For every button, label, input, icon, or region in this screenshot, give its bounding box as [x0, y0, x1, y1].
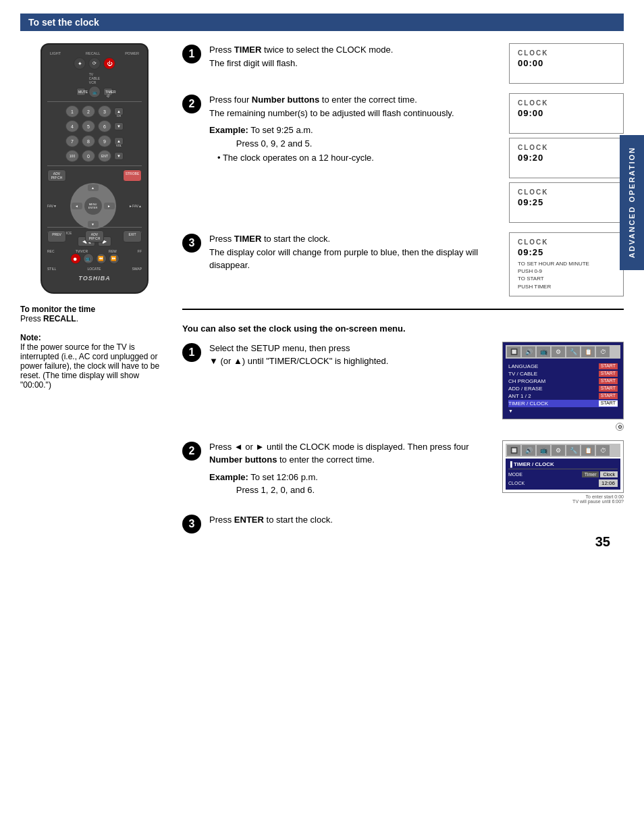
onscreen-step-2-block: 2 Press ◄ or ► until the CLOCK mode is d…: [182, 440, 624, 504]
fav-right-label: ►FAV▲: [129, 204, 142, 208]
step-1-number: 1: [182, 45, 201, 63]
step-3-screen: CLOCK 09:25 TO SET HOUR AND MINUTE PUSH …: [509, 232, 624, 296]
btn-0[interactable]: 0: [82, 150, 95, 162]
timer-icon-5: 🔧: [566, 445, 580, 456]
s3-value: 09:25: [518, 247, 615, 257]
power-btn[interactable]: ⏻: [103, 57, 115, 70]
light-btn[interactable]: ✦: [74, 57, 86, 70]
ch-up-btn[interactable]: ▲CH: [114, 107, 124, 115]
recall-btn[interactable]: ⟳: [88, 57, 101, 70]
nav-down-btn[interactable]: ▼: [88, 221, 99, 228]
timer-icon-2: 🔊: [522, 445, 535, 456]
strobe-btn[interactable]: STROBE: [123, 170, 142, 182]
s2-label-1: CLOCK: [518, 99, 615, 107]
menu-icon-1: 🔲: [507, 346, 520, 357]
vol-down-btn[interactable]: ▼: [114, 152, 124, 160]
nav-up-btn[interactable]: ▲: [88, 184, 99, 191]
timer-screen-body: ▐ TIMER / CLOCK MODE Timer Clock: [506, 459, 620, 490]
page-number: 35: [595, 534, 610, 550]
step-2-screen-1: CLOCK 09:00: [509, 93, 624, 134]
menu-enter-btn[interactable]: MENUENTER: [84, 197, 102, 215]
timer-tab-clock: Clock: [600, 471, 618, 477]
step-1-text: Press TIMER twice to select the CLOCK mo…: [209, 43, 498, 70]
clock-value-row: CLOCK 12:06: [508, 479, 618, 487]
btn-3[interactable]: 3: [98, 105, 111, 118]
timer-tabs: Timer Clock: [582, 471, 618, 477]
remote-top-labels: LIGHT RECALL POWER: [47, 51, 142, 55]
remote-control: LIGHT RECALL POWER ✦ ⟳ ⏻ TVCABLEVCR: [41, 43, 149, 294]
side-label-wrapper: ADVANCED OPERATION: [620, 135, 644, 270]
btn-7[interactable]: 7: [65, 135, 79, 147]
menu-icon-2: 🔊: [522, 346, 535, 357]
onscreen-header: You can also set the clock using the on-…: [182, 323, 624, 334]
fav-left-label: FAV▼: [47, 204, 57, 208]
btn-ent[interactable]: ENT: [98, 150, 111, 162]
bottom-notes: To monitor the time Press RECALL. Note: …: [20, 305, 169, 390]
tvvcr-btn[interactable]: 📺: [83, 253, 94, 264]
onscreen-step-2-text: Press ◄ or ► until the CLOCK mode is dis…: [209, 440, 491, 467]
locate-label: LOCATE: [88, 267, 101, 271]
btn-2[interactable]: 2: [82, 105, 95, 118]
btn-4[interactable]: 4: [65, 120, 79, 132]
nav-left-btn[interactable]: ◄: [72, 203, 82, 209]
menu-row-timerclock: TIMER / CLOCKSTART: [508, 400, 618, 407]
s2-label-2: CLOCK: [518, 144, 615, 151]
prev-btn[interactable]: PREV: [47, 230, 66, 242]
onscreen-step-1-block: 1 Select the SETUP menu, then press ▼ (o…: [182, 342, 624, 431]
menu-icon-5: 🔧: [566, 346, 580, 357]
menu-body: LANGUAGESTART TV / CABLESTART CH PROGRAM…: [506, 360, 620, 416]
menu-icons-bar: 🔲 🔊 📺 ⚙ 🔧 📋 ⏱: [506, 345, 620, 359]
timer-btn[interactable]: TIMER⏱: [103, 88, 113, 96]
ch-down-btn[interactable]: ▼: [114, 122, 124, 130]
step-2-block: 2 Press four Number buttons to enter the…: [182, 93, 624, 223]
menu-row-ant: ANT 1 / 2START: [508, 392, 618, 400]
note-text: If the power source for the TV is interr…: [20, 342, 169, 390]
recall-bold: RECALL: [43, 314, 76, 323]
btn-6[interactable]: 6: [98, 120, 111, 132]
btn-1[interactable]: 1: [65, 105, 79, 118]
timer-screen-title: ▐ TIMER / CLOCK: [508, 461, 618, 469]
ff-btn[interactable]: ⏩: [109, 253, 119, 264]
rew-btn[interactable]: ⏪: [96, 253, 107, 264]
timer-mode-row: MODE Timer Clock: [508, 471, 618, 477]
vol-up-btn[interactable]: ▲VOL: [114, 137, 124, 145]
timer-icon-3: 📺: [537, 445, 550, 456]
btn-100[interactable]: 100: [65, 150, 79, 162]
btn-5[interactable]: 5: [82, 120, 95, 132]
remote-brand: TOSHIBA: [47, 275, 142, 282]
onscreen-step-2-number: 2: [182, 442, 201, 461]
tvvcr-label: TV/VCR: [76, 249, 88, 253]
section-divider: [182, 309, 624, 310]
menu-row-adderase: ADD / ERASESTART: [508, 385, 618, 392]
adv-btn[interactable]: ADVPIP CH: [47, 170, 66, 182]
menu-icon-4: ⚙: [552, 346, 565, 357]
section-header: To set the clock: [20, 14, 624, 31]
step-3-block: 3 Press TIMER to start the clock. The di…: [182, 232, 624, 296]
s2-value-1: 09:00: [518, 108, 615, 118]
btn-8[interactable]: 8: [82, 135, 95, 147]
nav-right-btn[interactable]: ►: [104, 203, 115, 209]
s2-label-3: CLOCK: [518, 188, 615, 196]
step-2-text: Press four Number buttons to enter the c…: [209, 93, 498, 120]
step-3-number: 3: [182, 234, 201, 253]
step-1-screen-label: CLOCK: [518, 49, 615, 57]
exit-btn[interactable]: EXIT: [123, 230, 142, 242]
clock-value: 12:06: [599, 479, 618, 487]
menu-icon-3: 📺: [537, 346, 550, 357]
adv-pip-btn[interactable]: ADVPIP CH: [85, 230, 104, 242]
mute-btn[interactable]: MUTE: [76, 88, 86, 96]
s2-value-2: 09:20: [518, 153, 615, 163]
timer-tab-timer: Timer: [582, 471, 599, 477]
tv-video-btn[interactable]: 📺: [88, 86, 101, 98]
s3-label: CLOCK: [518, 238, 615, 246]
step-3-text: Press TIMER to start the clock. The disp…: [209, 232, 498, 272]
rec-btn[interactable]: ⏺: [70, 253, 81, 264]
timer-screen-icons: 🔲 🔊 📺 ⚙ 🔧 📋 ⏱: [506, 444, 620, 457]
onscreen-step-3-text: Press ENTER to start the clock.: [209, 513, 333, 527]
step-2-bullet: • The clock operates on a 12 hour-cycle.: [209, 153, 498, 163]
step-2-screens: CLOCK 09:00 CLOCK 09:20 CLOCK 09:25: [509, 93, 624, 223]
onscreen-step-1-number: 1: [182, 343, 201, 362]
monitor-title: To monitor the time: [20, 305, 95, 314]
btn-9[interactable]: 9: [98, 135, 111, 147]
timer-icon-1: 🔲: [507, 445, 520, 456]
